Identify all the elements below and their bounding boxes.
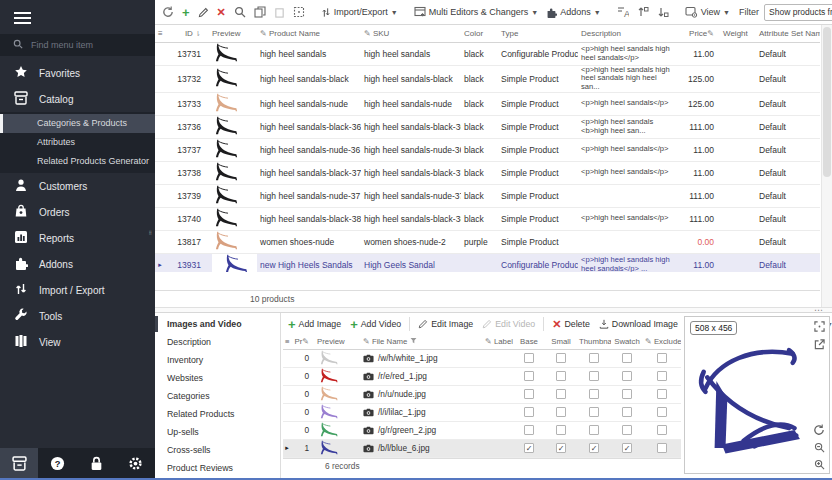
cell-product-name[interactable]: high heel sandals-black-37 <box>257 161 361 184</box>
base-checkbox[interactable] <box>524 407 534 417</box>
base-checkbox[interactable] <box>524 389 534 399</box>
cell-type[interactable]: Simple Product <box>498 230 578 253</box>
cell-priority[interactable]: 0 <box>291 403 315 421</box>
category-filter-select[interactable]: Show products from selected categories▼ <box>764 4 832 21</box>
base-checkbox[interactable] <box>524 371 534 381</box>
column-header-base[interactable]: Base <box>513 335 545 349</box>
cell-id[interactable]: 13740 <box>165 207 209 230</box>
cell-weight[interactable] <box>720 138 756 161</box>
cell-description[interactable]: <p>high heel sandals</p> <box>578 161 680 184</box>
zoom-in-icon[interactable] <box>814 459 825 470</box>
cell-product-name[interactable]: women shoes-nude <box>257 230 361 253</box>
cell-id[interactable]: 13731 <box>165 42 209 65</box>
table-row[interactable]: 13736 high heel sandals-black-36 high he… <box>155 115 820 138</box>
cell-sku[interactable]: high heel sandals-black <box>361 65 461 92</box>
edit-image-button[interactable]: Edit Image <box>415 317 476 331</box>
sidebar-item-catalog[interactable]: Catalog <box>0 86 155 112</box>
sidebar-item-favorites[interactable]: Favorites <box>0 60 155 86</box>
cell-type[interactable]: Simple Product <box>498 65 578 92</box>
cell-weight[interactable] <box>720 161 756 184</box>
cell-product-name[interactable]: high heel sandals-nude-37 <box>257 184 361 207</box>
cell-exclude[interactable] <box>643 367 681 385</box>
cell-product-name[interactable]: high heel sandals-black <box>257 65 361 92</box>
cell-attribute-set[interactable]: Default <box>756 161 820 184</box>
column-header-weight[interactable]: Weight <box>720 25 756 42</box>
add-image-button[interactable]: + Add Image <box>285 317 344 332</box>
small-checkbox[interactable] <box>556 389 566 399</box>
small-checkbox[interactable]: ✓ <box>556 443 566 453</box>
cell-thumbnail[interactable]: ✓ <box>577 439 611 457</box>
cell-base[interactable] <box>513 349 545 367</box>
cell-file-name[interactable]: /n/u/nude.jpg <box>361 385 483 403</box>
cell-product-name[interactable]: high heel sandals <box>257 42 361 65</box>
cell-description[interactable]: <p>high heel sandals</p> <box>578 138 680 161</box>
cell-small[interactable] <box>545 349 577 367</box>
small-checkbox[interactable] <box>556 353 566 363</box>
detail-tab[interactable]: Cross-sells <box>155 441 280 459</box>
cell-file-name[interactable]: /g/r/green_2.jpg <box>361 421 483 439</box>
grid-vertical-scrollbar[interactable] <box>821 25 832 307</box>
cell-weight[interactable] <box>720 92 756 115</box>
sidebar-item-reports[interactable]: Reports <box>0 225 155 251</box>
cell-attribute-set[interactable]: Default <box>756 42 820 65</box>
cell-sku[interactable]: high heel sandals-nude <box>361 92 461 115</box>
cell-price[interactable]: 125.00 <box>680 65 720 92</box>
cell-sku[interactable]: women shoes-nude-2 <box>361 230 461 253</box>
cell-type[interactable]: Simple Product <box>498 207 578 230</box>
cell-description[interactable]: <p>high heel sandals high heel sandals</… <box>578 42 680 65</box>
small-checkbox[interactable] <box>556 371 566 381</box>
cell-base[interactable] <box>513 367 545 385</box>
cell-file-name[interactable]: /l/i/lilac_1.jpg <box>361 403 483 421</box>
cell-color[interactable]: purple <box>461 230 498 253</box>
cell-small[interactable]: ✓ <box>545 439 577 457</box>
cell-weight[interactable] <box>720 207 756 230</box>
sidebar-item-categories-products[interactable]: Categories & Products <box>0 114 155 133</box>
cell-preview[interactable] <box>209 138 257 161</box>
cell-description[interactable] <box>578 230 680 253</box>
cell-color[interactable]: black <box>461 92 498 115</box>
lock-icon[interactable] <box>90 456 103 471</box>
cell-small[interactable] <box>545 367 577 385</box>
cell-attribute-set[interactable]: Default <box>756 230 820 253</box>
cell-thumbnail[interactable] <box>577 421 611 439</box>
cell-base[interactable] <box>513 403 545 421</box>
cell-id[interactable]: 13817 <box>165 230 209 253</box>
cell-sku[interactable]: high heel sandals-nude-36 <box>361 138 461 161</box>
detail-tab[interactable]: Product Reviews <box>155 459 280 477</box>
cell-exclude[interactable] <box>643 385 681 403</box>
column-header-label[interactable]: ✎ Label <box>483 335 513 349</box>
cell-preview[interactable] <box>209 161 257 184</box>
sidebar-item-addons[interactable]: Addons <box>0 251 155 277</box>
cell-label[interactable] <box>483 403 513 421</box>
cell-priority[interactable]: 0 <box>291 349 315 367</box>
exclude-checkbox[interactable] <box>657 353 667 363</box>
cell-type[interactable]: Simple Product <box>498 92 578 115</box>
detail-tab[interactable]: Images and Video <box>155 315 280 333</box>
cell-preview[interactable] <box>315 403 361 421</box>
add-row-button[interactable]: + <box>179 5 193 20</box>
detail-tab[interactable]: Related Products <box>155 405 280 423</box>
cell-thumbnail[interactable] <box>577 403 611 421</box>
sidebar-item-attributes[interactable]: Attributes <box>0 133 155 152</box>
cell-preview[interactable] <box>209 230 257 253</box>
column-header-small[interactable]: Small <box>545 335 577 349</box>
thumbnail-checkbox[interactable] <box>589 389 599 399</box>
cell-weight[interactable] <box>720 115 756 138</box>
table-row[interactable]: 13738 high heel sandals-black-37 high he… <box>155 161 820 184</box>
cell-id[interactable]: 13739 <box>165 184 209 207</box>
cell-priority[interactable]: 1 <box>291 439 315 457</box>
sidebar-item-view[interactable]: View <box>0 329 155 355</box>
base-checkbox[interactable] <box>524 353 534 363</box>
cell-price[interactable]: 111.00 <box>680 184 720 207</box>
cell-attribute-set[interactable]: Default <box>756 92 820 115</box>
column-header-file-name[interactable]: ✎ File Name <box>361 335 483 349</box>
row-height-down-button[interactable] <box>654 4 672 20</box>
cell-id[interactable]: 13738 <box>165 161 209 184</box>
cell-id[interactable]: 13737 <box>165 138 209 161</box>
cell-preview[interactable] <box>315 385 361 403</box>
copy-button[interactable] <box>251 4 269 20</box>
cell-thumbnail[interactable] <box>577 367 611 385</box>
cell-priority[interactable]: 0 <box>291 421 315 439</box>
sidebar-item-orders[interactable]: Orders <box>0 199 155 225</box>
sidebar-item-customers[interactable]: Customers <box>0 173 155 199</box>
